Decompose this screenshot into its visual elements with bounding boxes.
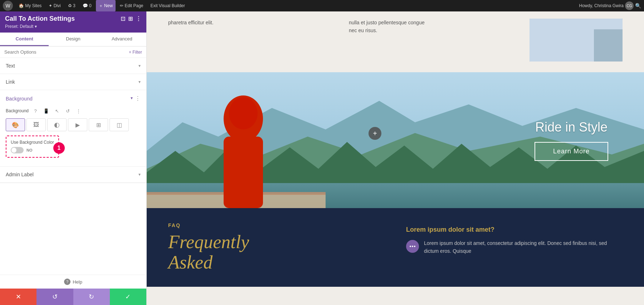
step-badge: 1 xyxy=(53,142,65,154)
panel-title-text: Call To Action Settings xyxy=(5,15,75,23)
faq-section: FAQ Frequently Asked Lorem ipsum dolor s… xyxy=(147,208,644,287)
admin-bar-new[interactable]: ＋ New xyxy=(96,0,116,11)
background-reset-icon[interactable]: ↺ xyxy=(64,107,72,115)
panel-header: Call To Action Settings ⊡ ⊞ ⋮ Preset: De… xyxy=(0,11,146,33)
panel-footer: ? Help xyxy=(0,275,146,289)
home-icon: 🏠 xyxy=(19,3,24,8)
wp-admin-bar: W 🏠 My Sites ✦ Divi ♻ 3 💬 0 ＋ New ✏ Edit… xyxy=(0,0,644,11)
admin-bar-exit-builder[interactable]: Exit Visual Builder xyxy=(148,0,188,11)
hero-text-area: Ride in Style Learn More xyxy=(535,120,608,161)
tab-content[interactable]: Content xyxy=(0,33,49,46)
admin-label-chevron-icon: ▾ xyxy=(138,172,141,177)
faq-right-col: Lorem ipsum dolor sit amet? Lorem ipsum … xyxy=(406,222,623,272)
bg-pattern-icon: ⊞ xyxy=(96,122,101,128)
minimize-icon[interactable]: ⊡ xyxy=(121,15,125,22)
background-pointer-icon[interactable]: ↖ xyxy=(53,107,61,115)
link-section-label: Link xyxy=(6,79,15,85)
background-label: Background xyxy=(6,108,29,113)
faq-icon xyxy=(406,240,419,253)
text-section-label: Text xyxy=(6,63,15,69)
use-bg-color-box: Use Background Color NO xyxy=(6,136,59,158)
background-device-icon[interactable]: 📱 xyxy=(42,107,50,115)
bg-type-image-button[interactable]: 🖼 xyxy=(26,118,46,131)
toggle-knob xyxy=(11,148,16,153)
link-section: Link ▾ xyxy=(0,74,146,90)
plus-icon: ＋ xyxy=(99,3,103,9)
bg-type-color-button[interactable]: 🎨 xyxy=(6,118,25,131)
admin-bar-my-sites[interactable]: 🏠 My Sites xyxy=(16,0,44,11)
bg-type-gradient-button[interactable]: ◐ xyxy=(47,118,67,131)
user-display-name: Howdy, Christina Gwira xyxy=(579,3,624,8)
search-icon[interactable]: 🔍 xyxy=(635,3,641,9)
admin-bar-comments[interactable]: 💬 0 xyxy=(80,0,94,11)
divi-icon: ✦ xyxy=(49,3,52,8)
background-help-icon[interactable]: ? xyxy=(31,107,39,115)
admin-bar-divi[interactable]: ✦ Divi xyxy=(46,0,63,11)
bg-mask-icon: ◫ xyxy=(117,122,122,128)
top-thumbnail xyxy=(530,19,623,62)
hero-cta-button[interactable]: Learn More xyxy=(535,142,608,161)
redo-button[interactable]: ↻ xyxy=(73,289,110,305)
bg-gradient-icon: ◐ xyxy=(54,121,60,129)
text-chevron-icon: ▾ xyxy=(138,63,141,68)
background-section-header[interactable]: Background ▴ ⋮ xyxy=(0,90,146,107)
panel-tabs: Content Design Advanced xyxy=(0,33,146,46)
page-preview: pharetra efficitur elit. nulla et justo … xyxy=(147,11,644,305)
text-section: Text ▾ xyxy=(0,58,146,74)
use-bg-color-label: Use Background Color xyxy=(11,140,54,145)
undo-button[interactable]: ↺ xyxy=(36,289,73,305)
panel-title-icons: ⊡ ⊞ ⋮ xyxy=(121,15,141,22)
admin-bar-recycle[interactable]: ♻ 3 xyxy=(65,0,78,11)
background-section-label: Background xyxy=(6,96,33,102)
wp-logo-icon[interactable]: W xyxy=(3,1,13,11)
help-text[interactable]: Help xyxy=(73,279,82,285)
admin-bar-edit-page[interactable]: ✏ Edit Page xyxy=(117,0,146,11)
link-section-header[interactable]: Link ▾ xyxy=(0,74,146,90)
hero-section: + Ride in Style Learn More xyxy=(147,72,644,208)
faq-answer-text: Lorem ipsum dolor sit amet, consectetur … xyxy=(424,239,623,255)
toggle-no-label: NO xyxy=(26,148,33,152)
bg-type-video-button[interactable]: ▶ xyxy=(68,118,87,131)
bg-type-pattern-button[interactable]: ⊞ xyxy=(89,118,108,131)
bg-type-mask-button[interactable]: ◫ xyxy=(109,118,129,131)
faq-left-col: FAQ Frequently Asked xyxy=(168,222,385,272)
faq-question: Lorem ipsum dolor sit amet? xyxy=(406,226,623,233)
preset-chevron-icon: ▾ xyxy=(35,24,37,29)
help-icon: ? xyxy=(64,279,70,285)
use-bg-color-wrapper: Use Background Color NO 1 xyxy=(6,136,59,161)
admin-bar-user-area: Howdy, Christina Gwira CG 🔍 xyxy=(579,1,641,10)
search-input[interactable] xyxy=(4,49,126,55)
faq-answer-row: Lorem ipsum dolor sit amet, consectetur … xyxy=(406,239,623,255)
bg-color-icon: 🎨 xyxy=(12,122,19,128)
preset-selector[interactable]: Preset: Default ▾ xyxy=(5,24,141,29)
text-section-header[interactable]: Text ▾ xyxy=(0,58,146,74)
faq-title: Frequently Asked xyxy=(168,232,385,272)
panel-content: Text ▾ Link ▾ Background xyxy=(0,58,146,275)
background-type-buttons: 🎨 🖼 ◐ ▶ ⊞ xyxy=(6,118,141,131)
search-bar: + Filter xyxy=(0,46,146,58)
recycle-icon: ♻ xyxy=(68,3,72,8)
background-section: Background ▴ ⋮ Background ? 📱 ↖ ↺ xyxy=(0,90,146,167)
filter-button[interactable]: + Filter xyxy=(129,50,142,55)
hero-title: Ride in Style xyxy=(535,120,608,135)
user-avatar[interactable]: CG xyxy=(625,1,634,10)
bg-color-toggle[interactable] xyxy=(11,147,24,153)
cancel-button[interactable]: ✕ xyxy=(0,289,36,305)
expand-icon[interactable]: ⊞ xyxy=(128,15,133,22)
background-controls-row: Background ? 📱 ↖ ↺ ⋮ xyxy=(6,107,141,115)
background-chevron-icon: ▴ xyxy=(131,96,133,101)
more-icon[interactable]: ⋮ xyxy=(136,15,141,22)
admin-label-section: Admin Label ▾ xyxy=(0,167,146,183)
admin-label-section-header[interactable]: Admin Label ▾ xyxy=(0,167,146,183)
background-more-icon[interactable]: ⋮ xyxy=(135,95,141,102)
background-options-icon[interactable]: ⋮ xyxy=(74,107,82,115)
pencil-icon: ✏ xyxy=(120,3,123,8)
tab-design[interactable]: Design xyxy=(49,33,97,46)
panel-title-row: Call To Action Settings ⊡ ⊞ ⋮ xyxy=(5,15,141,23)
top-text-2: nulla et justo pellentesque congue nec e… xyxy=(349,19,515,35)
save-button[interactable]: ✓ xyxy=(110,289,146,305)
preset-label: Preset: Default xyxy=(5,24,33,29)
tab-advanced[interactable]: Advanced xyxy=(98,33,146,46)
link-chevron-icon: ▾ xyxy=(138,79,141,84)
bottom-action-bar: ✕ ↺ ↻ ✓ xyxy=(0,289,146,305)
